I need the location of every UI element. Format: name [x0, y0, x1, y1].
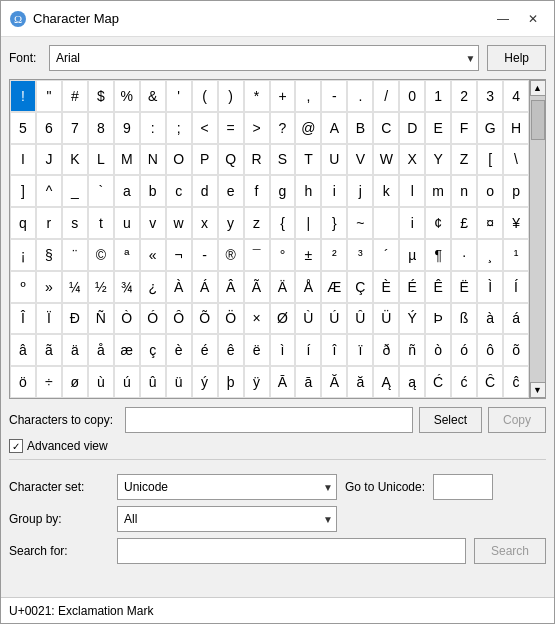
char-cell[interactable]: 6 [36, 112, 62, 144]
char-cell[interactable]: ? [270, 112, 296, 144]
char-cell[interactable]: É [399, 271, 425, 303]
char-cell[interactable]: & [140, 80, 166, 112]
char-cell[interactable]: Ù [295, 303, 321, 335]
char-cell[interactable]: þ [218, 366, 244, 398]
char-cell[interactable]: f [244, 175, 270, 207]
character-set-select[interactable]: Unicode ASCII [117, 474, 337, 500]
char-cell[interactable]: I [10, 144, 36, 176]
char-cell[interactable]: M [114, 144, 140, 176]
char-cell[interactable]: 4 [503, 80, 529, 112]
char-cell[interactable]: k [373, 175, 399, 207]
char-cell[interactable]: 7 [62, 112, 88, 144]
char-cell[interactable]: e [218, 175, 244, 207]
char-cell[interactable]: í [295, 334, 321, 366]
char-cell[interactable]: t [88, 207, 114, 239]
char-cell[interactable]: * [244, 80, 270, 112]
char-cell[interactable]: x [192, 207, 218, 239]
char-cell[interactable]: Ü [373, 303, 399, 335]
char-cell[interactable]: È [373, 271, 399, 303]
char-cell[interactable]: ½ [88, 271, 114, 303]
char-cell[interactable]: Û [347, 303, 373, 335]
char-cell[interactable]: ¬ [166, 239, 192, 271]
char-cell[interactable]: ä [62, 334, 88, 366]
char-cell[interactable]: L [88, 144, 114, 176]
char-cell[interactable]: p [503, 175, 529, 207]
char-cell[interactable]: N [140, 144, 166, 176]
char-cell[interactable]: | [295, 207, 321, 239]
char-cell[interactable]: ê [218, 334, 244, 366]
char-cell[interactable]: î [321, 334, 347, 366]
char-cell[interactable]: R [244, 144, 270, 176]
char-cell[interactable]: Å [295, 271, 321, 303]
char-cell[interactable]: Ê [425, 271, 451, 303]
char-cell[interactable]: Â [218, 271, 244, 303]
char-cell[interactable]: ĉ [503, 366, 529, 398]
char-cell[interactable]: 2 [451, 80, 477, 112]
char-cell[interactable]: y [218, 207, 244, 239]
char-cell[interactable]: ć [451, 366, 477, 398]
char-cell[interactable]: Ý [399, 303, 425, 335]
char-cell[interactable]: G [477, 112, 503, 144]
char-cell[interactable]: r [36, 207, 62, 239]
char-cell[interactable]: C [373, 112, 399, 144]
char-cell[interactable]: ¾ [114, 271, 140, 303]
char-cell[interactable]: × [244, 303, 270, 335]
char-cell[interactable]: w [166, 207, 192, 239]
char-cell[interactable]: A [321, 112, 347, 144]
char-cell[interactable]: ( [192, 80, 218, 112]
char-cell[interactable]: Ä [270, 271, 296, 303]
char-cell[interactable]: : [140, 112, 166, 144]
group-by-select[interactable]: All Unicode Subrange [117, 506, 337, 532]
char-cell[interactable]: Õ [192, 303, 218, 335]
char-cell[interactable]: = [218, 112, 244, 144]
char-cell[interactable]: l [399, 175, 425, 207]
char-cell[interactable]: ! [10, 80, 36, 112]
char-cell[interactable]: © [88, 239, 114, 271]
char-cell[interactable]: û [140, 366, 166, 398]
char-cell[interactable]: Ó [140, 303, 166, 335]
char-cell[interactable]: ç [140, 334, 166, 366]
char-cell[interactable]: $ [88, 80, 114, 112]
char-cell[interactable]: â [10, 334, 36, 366]
char-cell[interactable]: > [244, 112, 270, 144]
char-cell[interactable]: V [347, 144, 373, 176]
char-cell[interactable]: å [88, 334, 114, 366]
char-cell[interactable]: ß [451, 303, 477, 335]
char-cell[interactable]: / [373, 80, 399, 112]
char-cell[interactable]: ) [218, 80, 244, 112]
char-cell[interactable]: F [451, 112, 477, 144]
char-cell[interactable]: Ì [477, 271, 503, 303]
char-cell[interactable]: b [140, 175, 166, 207]
char-cell[interactable]: ¿ [140, 271, 166, 303]
select-button[interactable]: Select [419, 407, 482, 433]
char-cell[interactable]: æ [114, 334, 140, 366]
char-cell[interactable]: ò [425, 334, 451, 366]
char-cell[interactable]: á [503, 303, 529, 335]
char-cell[interactable]: D [399, 112, 425, 144]
char-cell[interactable]: Î [10, 303, 36, 335]
char-cell[interactable]: Á [192, 271, 218, 303]
char-cell[interactable]: ´ [373, 239, 399, 271]
char-cell[interactable]: ¶ [425, 239, 451, 271]
char-cell[interactable]: ô [477, 334, 503, 366]
char-cell[interactable]: Ú [321, 303, 347, 335]
char-cell[interactable]: i [399, 207, 425, 239]
char-cell[interactable]: q [10, 207, 36, 239]
scroll-thumb[interactable] [531, 100, 545, 140]
char-cell[interactable]: ¡ [10, 239, 36, 271]
char-cell[interactable]: » [36, 271, 62, 303]
char-cell[interactable]: Í [503, 271, 529, 303]
char-cell[interactable]: H [503, 112, 529, 144]
char-cell[interactable]: Ø [270, 303, 296, 335]
char-cell[interactable]: g [270, 175, 296, 207]
search-for-input[interactable] [117, 538, 466, 564]
char-cell[interactable]: - [321, 80, 347, 112]
char-cell[interactable]: 5 [10, 112, 36, 144]
char-cell[interactable]: ö [10, 366, 36, 398]
char-cell[interactable]: Ð [62, 303, 88, 335]
char-cell[interactable]: Ã [244, 271, 270, 303]
char-cell[interactable]: Z [451, 144, 477, 176]
scroll-up-button[interactable]: ▲ [530, 80, 546, 96]
help-button[interactable]: Help [487, 45, 546, 71]
char-cell[interactable]: E [425, 112, 451, 144]
